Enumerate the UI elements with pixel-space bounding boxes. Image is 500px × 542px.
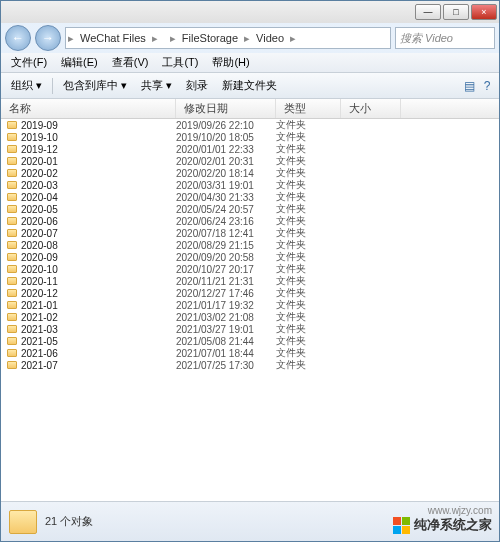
column-size[interactable]: 大小 xyxy=(341,99,401,118)
item-date: 2020/09/20 20:58 xyxy=(176,252,276,263)
menu-file[interactable]: 文件(F) xyxy=(5,53,53,72)
item-name: 2020-06 xyxy=(21,216,58,227)
item-date: 2020/04/30 21:33 xyxy=(176,192,276,203)
table-row[interactable]: 2019-102019/10/20 18:05文件夹 xyxy=(1,131,499,143)
folder-icon xyxy=(7,313,17,321)
table-row[interactable]: 2021-012021/01/17 19:32文件夹 xyxy=(1,299,499,311)
item-name: 2020-07 xyxy=(21,228,58,239)
back-button[interactable]: ← xyxy=(5,25,31,51)
item-date: 2020/12/27 17:46 xyxy=(176,288,276,299)
item-date: 2021/07/25 17:30 xyxy=(176,360,276,371)
column-type[interactable]: 类型 xyxy=(276,99,341,118)
item-type: 文件夹 xyxy=(276,358,341,372)
menu-view[interactable]: 查看(V) xyxy=(106,53,155,72)
menu-edit[interactable]: 编辑(E) xyxy=(55,53,104,72)
table-row[interactable]: 2020-042020/04/30 21:33文件夹 xyxy=(1,191,499,203)
item-date: 2021/03/27 19:01 xyxy=(176,324,276,335)
watermark-text: 纯净系统之家 xyxy=(414,516,492,534)
item-date: 2019/10/20 18:05 xyxy=(176,132,276,143)
view-options-icon[interactable]: ▤ xyxy=(461,78,477,94)
item-date: 2020/02/01 20:31 xyxy=(176,156,276,167)
item-name: 2021-06 xyxy=(21,348,58,359)
menu-help[interactable]: 帮助(H) xyxy=(206,53,255,72)
folder-icon xyxy=(7,301,17,309)
minimize-button[interactable]: — xyxy=(415,4,441,20)
table-row[interactable]: 2020-022020/02/20 18:14文件夹 xyxy=(1,167,499,179)
table-row[interactable]: 2021-072021/07/25 17:30文件夹 xyxy=(1,359,499,371)
item-name: 2020-03 xyxy=(21,180,58,191)
table-row[interactable]: 2020-032020/03/31 19:01文件夹 xyxy=(1,179,499,191)
item-date: 2020/02/20 18:14 xyxy=(176,168,276,179)
share-button[interactable]: 共享 ▾ xyxy=(135,76,178,95)
folder-icon xyxy=(7,325,17,333)
folder-icon xyxy=(7,265,17,273)
item-date: 2020/06/24 23:16 xyxy=(176,216,276,227)
column-date[interactable]: 修改日期 xyxy=(176,99,276,118)
folder-icon xyxy=(7,145,17,153)
table-row[interactable]: 2021-062021/07/01 18:44文件夹 xyxy=(1,347,499,359)
item-name: 2020-05 xyxy=(21,204,58,215)
table-row[interactable]: 2021-032021/03/27 19:01文件夹 xyxy=(1,323,499,335)
table-row[interactable]: 2020-052020/05/24 20:57文件夹 xyxy=(1,203,499,215)
breadcrumb[interactable]: ▸ WeChat Files ▸ ▸ FileStorage ▸ Video ▸ xyxy=(65,27,391,49)
table-row[interactable]: 2021-052021/05/08 21:44文件夹 xyxy=(1,335,499,347)
folder-icon xyxy=(7,169,17,177)
new-folder-button[interactable]: 新建文件夹 xyxy=(216,76,283,95)
status-count: 21 个对象 xyxy=(45,514,93,529)
menu-tools[interactable]: 工具(T) xyxy=(156,53,204,72)
item-name: 2020-12 xyxy=(21,288,58,299)
help-icon[interactable]: ? xyxy=(479,78,495,94)
chevron-right-icon[interactable]: ▸ xyxy=(168,32,178,45)
burn-button[interactable]: 刻录 xyxy=(180,76,214,95)
item-name: 2019-12 xyxy=(21,144,58,155)
table-row[interactable]: 2019-092019/09/26 22:10文件夹 xyxy=(1,119,499,131)
toolbar: 组织 ▾ 包含到库中 ▾ 共享 ▾ 刻录 新建文件夹 ▤ ? xyxy=(1,73,499,99)
search-input[interactable]: 搜索 Video xyxy=(395,27,495,49)
item-name: 2020-09 xyxy=(21,252,58,263)
table-row[interactable]: 2020-092020/09/20 20:58文件夹 xyxy=(1,251,499,263)
explorer-window: — □ × ← → ▸ WeChat Files ▸ ▸ FileStorage… xyxy=(0,0,500,542)
include-in-library-button[interactable]: 包含到库中 ▾ xyxy=(57,76,133,95)
item-name: 2020-02 xyxy=(21,168,58,179)
table-row[interactable]: 2020-082020/08/29 21:15文件夹 xyxy=(1,239,499,251)
item-date: 2019/09/26 22:10 xyxy=(176,120,276,131)
item-date: 2021/03/02 21:08 xyxy=(176,312,276,323)
table-row[interactable]: 2020-012020/02/01 20:31文件夹 xyxy=(1,155,499,167)
item-date: 2021/05/08 21:44 xyxy=(176,336,276,347)
watermark-url: www.wjzy.com xyxy=(428,505,492,516)
folder-icon xyxy=(7,253,17,261)
folder-icon xyxy=(7,361,17,369)
item-date: 2020/10/27 20:17 xyxy=(176,264,276,275)
chevron-right-icon[interactable]: ▸ xyxy=(288,32,298,45)
chevron-right-icon[interactable]: ▸ xyxy=(242,32,252,45)
item-date: 2020/03/31 19:01 xyxy=(176,180,276,191)
table-row[interactable]: 2020-122020/12/27 17:46文件夹 xyxy=(1,287,499,299)
table-row[interactable]: 2020-102020/10/27 20:17文件夹 xyxy=(1,263,499,275)
column-name[interactable]: 名称 xyxy=(1,99,176,118)
breadcrumb-part[interactable]: Video xyxy=(252,32,288,44)
item-name: 2021-03 xyxy=(21,324,58,335)
table-row[interactable]: 2020-072020/07/18 12:41文件夹 xyxy=(1,227,499,239)
forward-button[interactable]: → xyxy=(35,25,61,51)
table-row[interactable]: 2021-022021/03/02 21:08文件夹 xyxy=(1,311,499,323)
file-list: 2019-092019/09/26 22:10文件夹2019-102019/10… xyxy=(1,119,499,501)
item-name: 2020-01 xyxy=(21,156,58,167)
organize-button[interactable]: 组织 ▾ xyxy=(5,76,48,95)
chevron-right-icon[interactable]: ▸ xyxy=(150,32,160,45)
item-date: 2020/07/18 12:41 xyxy=(176,228,276,239)
table-row[interactable]: 2020-112020/11/21 21:31文件夹 xyxy=(1,275,499,287)
chevron-right-icon[interactable]: ▸ xyxy=(66,32,76,45)
table-row[interactable]: 2020-062020/06/24 23:16文件夹 xyxy=(1,215,499,227)
breadcrumb-part[interactable]: WeChat Files xyxy=(76,32,150,44)
breadcrumb-part[interactable]: FileStorage xyxy=(178,32,242,44)
item-date: 2020/01/01 22:33 xyxy=(176,144,276,155)
item-name: 2020-10 xyxy=(21,264,58,275)
close-button[interactable]: × xyxy=(471,4,497,20)
folder-icon xyxy=(7,193,17,201)
nav-bar: ← → ▸ WeChat Files ▸ ▸ FileStorage ▸ Vid… xyxy=(1,23,499,53)
item-name: 2019-10 xyxy=(21,132,58,143)
maximize-button[interactable]: □ xyxy=(443,4,469,20)
folder-icon xyxy=(7,229,17,237)
item-date: 2021/01/17 19:32 xyxy=(176,300,276,311)
table-row[interactable]: 2019-122020/01/01 22:33文件夹 xyxy=(1,143,499,155)
